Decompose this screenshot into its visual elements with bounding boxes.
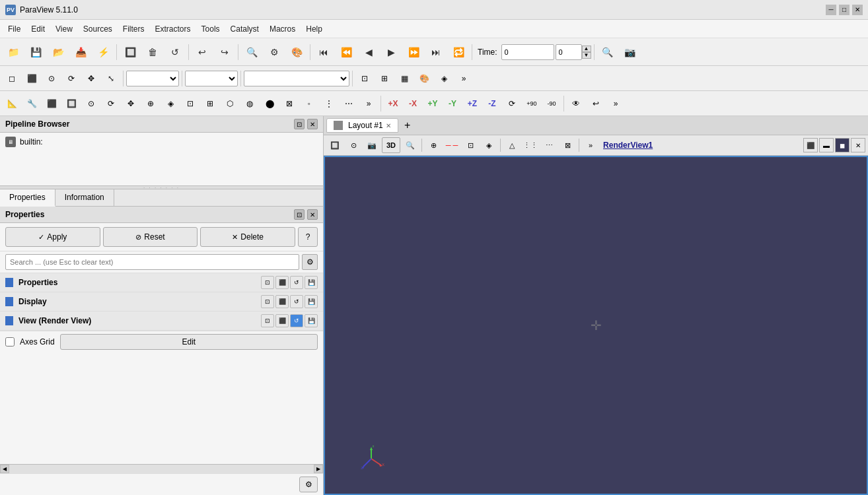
- apply-button[interactable]: ✓ Apply: [5, 227, 100, 247]
- view-icon-1[interactable]: 📐: [3, 94, 21, 113]
- reset-session-button[interactable]: ↺: [164, 42, 186, 63]
- props-copy-button[interactable]: ⊡: [261, 276, 274, 289]
- menu-help[interactable]: Help: [301, 22, 328, 36]
- view-tool-snapshot[interactable]: 📷: [363, 137, 380, 154]
- title-bar-controls[interactable]: ─ □ ✕: [826, 5, 863, 15]
- view-icon-17[interactable]: ⋮: [320, 94, 338, 113]
- tab-information[interactable]: Information: [55, 189, 114, 206]
- menu-catalyst[interactable]: Catalyst: [225, 22, 264, 36]
- add-layout-button[interactable]: +: [400, 117, 416, 133]
- view-tool-2[interactable]: ⊙: [345, 137, 362, 154]
- more-button[interactable]: »: [454, 69, 473, 88]
- axes-grid-edit-button[interactable]: Edit: [60, 334, 318, 350]
- view-interaction-3[interactable]: ◈: [480, 137, 497, 154]
- view-icon-15[interactable]: ⊠: [280, 94, 299, 113]
- view-interaction-2[interactable]: ⊡: [462, 137, 479, 154]
- display-section-header[interactable]: Display ⊡ ⬛ ↺ 💾: [0, 292, 323, 311]
- menu-file[interactable]: File: [3, 22, 26, 36]
- view-reset-camera[interactable]: ⊕: [425, 137, 442, 154]
- view-copy-button[interactable]: ⊡: [261, 314, 274, 327]
- nav-minus-z[interactable]: -Z: [483, 94, 501, 113]
- view-section-header[interactable]: View (Render View) ⊡ ⬛ ↺ 💾: [0, 312, 323, 330]
- first-frame-button[interactable]: ⏮: [313, 42, 334, 63]
- view-icon-10[interactable]: ⊡: [181, 94, 199, 113]
- view-zoom-button[interactable]: 🔍: [402, 137, 419, 154]
- rotate-button[interactable]: ⟳: [62, 69, 81, 88]
- layout-split-h[interactable]: ⬛: [803, 138, 818, 152]
- reverse-play-button[interactable]: ◀: [358, 42, 379, 63]
- view-icon-13[interactable]: ◍: [240, 94, 259, 113]
- minimize-button[interactable]: ─: [826, 5, 836, 15]
- view-refresh-button[interactable]: ↺: [290, 314, 303, 327]
- view-icon-9[interactable]: ◈: [161, 94, 180, 113]
- representation-prev-button[interactable]: ◻: [3, 69, 21, 88]
- view-icon-2[interactable]: 🔧: [22, 94, 41, 113]
- next-frame-button[interactable]: ⏩: [403, 42, 424, 63]
- properties-float-button[interactable]: ⊡: [294, 209, 305, 220]
- view-dots-2[interactable]: ⋯: [540, 137, 558, 154]
- view-more-button[interactable]: »: [359, 94, 378, 113]
- delete-button[interactable]: 🗑: [142, 42, 163, 63]
- zoom-button[interactable]: 🔍: [597, 42, 618, 63]
- edit-colormap-button[interactable]: 🎨: [415, 69, 433, 88]
- render-area[interactable]: ✛ Y X Z: [324, 156, 868, 495]
- layout-split-v[interactable]: ▬: [819, 138, 834, 152]
- axes-grid-checkbox[interactable]: [5, 337, 15, 346]
- view-icon-8[interactable]: ⊕: [141, 94, 160, 113]
- quick-launch-button[interactable]: ⚡: [92, 42, 114, 63]
- view-save-button[interactable]: 💾: [305, 314, 318, 327]
- nav-rotate[interactable]: ⟳: [503, 94, 521, 113]
- find-data-button[interactable]: 🔍: [241, 42, 262, 63]
- more2-button[interactable]: »: [606, 94, 625, 113]
- nav-rotate-neg90[interactable]: -90: [542, 94, 561, 113]
- maximize-button[interactable]: □: [839, 5, 850, 15]
- interaction-button[interactable]: ↩: [587, 94, 605, 113]
- view-tool-1[interactable]: 🔲: [326, 137, 344, 154]
- view-icon-18[interactable]: ⋯: [340, 94, 358, 113]
- extract-button[interactable]: ⊙: [42, 69, 61, 88]
- opacity-button[interactable]: ◈: [435, 69, 453, 88]
- scale-button[interactable]: ⤡: [102, 69, 120, 88]
- layout-tab-1[interactable]: Layout #1 ✕: [326, 118, 398, 133]
- menu-tools[interactable]: Tools: [196, 22, 225, 36]
- props-save-button[interactable]: 💾: [305, 276, 318, 289]
- help-button[interactable]: ?: [298, 227, 318, 247]
- view-dots-1[interactable]: ⋮⋮: [522, 137, 539, 154]
- settings-button[interactable]: ⚙: [264, 42, 285, 63]
- frame-input[interactable]: [556, 44, 582, 60]
- view-interaction-1[interactable]: ─ ─: [443, 137, 460, 154]
- nav-minus-x[interactable]: -X: [404, 94, 422, 113]
- properties-section-header[interactable]: Properties ⊡ ⬛ ↺ 💾: [0, 273, 323, 292]
- menu-view[interactable]: View: [50, 22, 78, 36]
- view-more-inner[interactable]: »: [582, 137, 599, 154]
- nav-minus-y[interactable]: -Y: [443, 94, 462, 113]
- view-icon-14[interactable]: ⬤: [260, 94, 279, 113]
- layout-close-view[interactable]: ✕: [851, 138, 865, 152]
- frame-decrement-button[interactable]: ▼: [582, 52, 591, 59]
- reset-button[interactable]: ⊘ Reset: [103, 227, 198, 247]
- pipeline-browser-float-button[interactable]: ⊡: [294, 119, 305, 129]
- properties-search-input[interactable]: [5, 254, 299, 270]
- open-folder-button[interactable]: 📁: [3, 42, 24, 63]
- rescale-custom-button[interactable]: ⊞: [375, 69, 394, 88]
- translate-button[interactable]: ✥: [82, 69, 100, 88]
- tab-properties[interactable]: Properties: [0, 189, 55, 207]
- delete-button[interactable]: ✕ Delete: [200, 227, 295, 247]
- properties-search-gear[interactable]: ⚙: [302, 254, 318, 270]
- display-copy-button[interactable]: ⊡: [261, 295, 274, 308]
- layout-tab-close[interactable]: ✕: [386, 122, 391, 129]
- menu-edit[interactable]: Edit: [26, 22, 50, 36]
- save-data-button[interactable]: 📥: [70, 42, 91, 63]
- undo-button[interactable]: ↩: [192, 42, 213, 63]
- pipeline-browser-close-button[interactable]: ✕: [307, 119, 318, 129]
- view-triangle-button[interactable]: △: [503, 137, 521, 154]
- nav-rotate-90[interactable]: +90: [523, 94, 541, 113]
- view-icon-12[interactable]: ⬡: [221, 94, 239, 113]
- close-button[interactable]: ✕: [852, 5, 863, 15]
- menu-sources[interactable]: Sources: [78, 22, 118, 36]
- display-refresh-button[interactable]: ↺: [290, 295, 303, 308]
- change-input-button[interactable]: 🔲: [120, 42, 141, 63]
- visibility-button[interactable]: 👁: [567, 94, 585, 113]
- scroll-left-button[interactable]: ◀: [0, 465, 9, 473]
- view-dots-3[interactable]: ⊠: [559, 137, 576, 154]
